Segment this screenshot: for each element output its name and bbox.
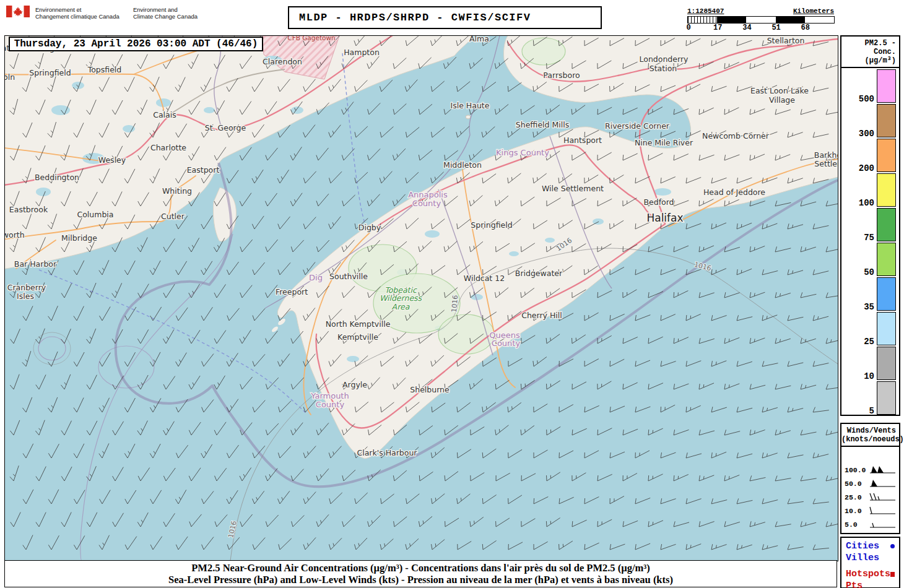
map-label-area: Wilderness bbox=[380, 293, 423, 303]
map-label-city: East Loon Lake bbox=[750, 86, 809, 95]
map-label-city: Settlement bbox=[814, 159, 838, 168]
map-label-city: Calais bbox=[153, 110, 176, 119]
map-label-city: Ellsworth bbox=[5, 230, 25, 240]
pm25-threshold-value: 10 bbox=[864, 373, 874, 380]
map-label-county: Yarmouth bbox=[310, 391, 349, 400]
map-label-city: Nine Mile River bbox=[635, 138, 693, 147]
map-label-county: Kings County bbox=[496, 148, 549, 157]
product-title: MLDP - HRDPS/SHRPD - CWFIS/SCIFV bbox=[289, 12, 531, 24]
pm25-legend-row: 10 bbox=[841, 345, 899, 380]
pm25-color-swatch bbox=[877, 139, 896, 172]
product-title-box: MLDP - HRDPS/SHRPD - CWFIS/SCIFV bbox=[288, 6, 602, 29]
weather-map-page: Environnement et Changement climatique C… bbox=[0, 0, 904, 588]
map-label-city: Sheffield Mills bbox=[516, 120, 569, 129]
map-label-military: CFB Gagetown bbox=[287, 36, 335, 41]
lake bbox=[347, 356, 359, 362]
pm25-color-swatch bbox=[877, 381, 896, 415]
pm25-threshold-value: 300 bbox=[859, 130, 874, 137]
wind-legend-row: 10.0 bbox=[841, 504, 899, 517]
wind-barb-symbol-barb25 bbox=[868, 493, 897, 502]
map-label-city: Springfield bbox=[471, 220, 512, 230]
pm25-legend-row: 35 bbox=[841, 276, 899, 311]
map-label-city: Kemptville bbox=[337, 332, 378, 342]
lake bbox=[204, 107, 215, 113]
winds-legend-units: (knots/noeuds) bbox=[841, 435, 896, 444]
map-label-city: Wile Settlement bbox=[542, 184, 604, 193]
map-label-city: Middleton bbox=[443, 160, 482, 170]
map-label-city: North Kemptville bbox=[326, 319, 391, 329]
map-label-city: Charlotte bbox=[150, 143, 186, 152]
wind-legend-row: 50.0 bbox=[841, 477, 899, 490]
map-label-city: Isle Haute bbox=[451, 101, 490, 110]
map-label-city: Londonderry bbox=[640, 54, 689, 64]
lake bbox=[509, 251, 519, 256]
map-label-city: Beddington bbox=[35, 173, 79, 182]
scalebar-segment bbox=[805, 17, 834, 23]
map-label-city: Columbia bbox=[77, 210, 113, 219]
scalebar-segment bbox=[688, 17, 717, 23]
map-label-city: Wildcat 12 bbox=[464, 274, 505, 283]
map-label-city: Clark's Harbour bbox=[357, 448, 417, 457]
pm25-legend-rows: 50030020010075503525105 bbox=[841, 68, 899, 415]
map-label-city: Parrsboro bbox=[543, 71, 580, 80]
map-label-city: Newcomb Corner bbox=[702, 131, 770, 141]
scalebar-segment bbox=[746, 17, 775, 23]
map-label-city: St. George bbox=[205, 123, 246, 132]
caption-line1: PM2.5 Near-Ground Air Concentrations (µg… bbox=[5, 562, 837, 574]
lake bbox=[291, 106, 303, 114]
map-label-city-lg: Halifax bbox=[646, 212, 683, 224]
valid-time-box: Thursday, 23 April 2026 03:00 ADT (46/46… bbox=[9, 37, 263, 51]
map-label-city: Digby bbox=[359, 223, 381, 232]
map-label-city: Eastbrook bbox=[9, 205, 48, 214]
points-legend: Cities Villes Hotspots Pts chauds bbox=[840, 537, 900, 588]
map-label-city: Riverside Corner bbox=[605, 121, 670, 131]
lake bbox=[654, 188, 671, 196]
pm25-legend-row: 75 bbox=[841, 207, 899, 241]
pm25-threshold-value: 50 bbox=[864, 269, 874, 276]
hotspot-square-icon bbox=[890, 572, 895, 577]
hotspots-label-en: Hotspots bbox=[846, 568, 890, 580]
scalebar-track bbox=[687, 16, 835, 24]
wind-legend-row: 25.0 bbox=[841, 490, 899, 504]
scale-ratio: 1:1285407 bbox=[687, 7, 724, 15]
pm25-threshold-value: 100 bbox=[859, 199, 874, 207]
map-label-area: Area bbox=[392, 302, 410, 311]
map-label-city: Eastport bbox=[187, 165, 220, 175]
lake bbox=[425, 230, 440, 238]
pm25-threshold-value: 35 bbox=[864, 303, 874, 311]
scalebar-tick: 34 bbox=[742, 24, 751, 32]
pm25-legend-row: 200 bbox=[841, 137, 899, 172]
lake bbox=[51, 105, 70, 115]
map-label-city: Barkhouse bbox=[814, 150, 838, 160]
map-label-city: Isles bbox=[17, 292, 34, 301]
map-label-city: Bar Harbor bbox=[14, 259, 57, 269]
map-label-city: Hampton bbox=[344, 48, 380, 57]
isobar-value-label: 1016 bbox=[450, 295, 459, 313]
map-label-city: Argyle bbox=[342, 380, 367, 389]
wind-barb-symbol-half5 bbox=[868, 520, 897, 529]
pm25-legend-row: 100 bbox=[841, 172, 899, 207]
wind-speed-value: 100.0 bbox=[845, 466, 866, 474]
wind-barb-symbol-pennant2 bbox=[868, 465, 897, 475]
map-label-city: Freeport bbox=[276, 287, 308, 296]
map-canvas: MattawamkeagSpringfieldTopsfieldLincolnC… bbox=[4, 35, 838, 561]
city-dot-icon bbox=[890, 544, 895, 548]
map-label-city: Hantsport bbox=[563, 136, 602, 145]
map-label-county: County bbox=[316, 400, 345, 409]
map-label-county: Dig bbox=[309, 273, 323, 282]
map-label-city: Head of Jeddore bbox=[703, 188, 765, 197]
map-label-city: Cutler bbox=[161, 212, 185, 221]
pm25-legend-units: (µg/m³) bbox=[841, 56, 896, 65]
wind-barb-symbol-pennant bbox=[868, 479, 897, 488]
hotspots-label-fr: Pts chauds bbox=[846, 580, 895, 588]
scalebar-tick: 51 bbox=[771, 24, 780, 32]
map-label-county: County bbox=[492, 339, 521, 348]
scalebar-tick: 0 bbox=[686, 24, 690, 32]
pm25-color-swatch bbox=[877, 243, 896, 276]
caption-line2: Sea-Level Pressure (hPa) and Low-Level W… bbox=[5, 574, 837, 586]
scalebar-segment bbox=[776, 17, 805, 23]
pm25-legend-row: 500 bbox=[841, 68, 899, 103]
pm25-color-swatch bbox=[877, 312, 896, 345]
lake bbox=[156, 98, 171, 107]
map-label-city: Southville bbox=[329, 272, 368, 281]
